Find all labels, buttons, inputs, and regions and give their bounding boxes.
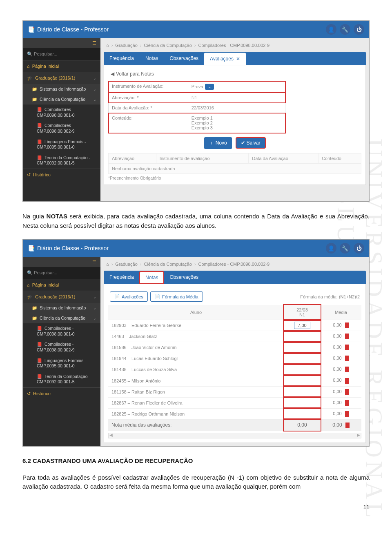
breadcrumb-level1[interactable]: Graduação — [115, 43, 137, 48]
col-abreviacao: Abreviação — [109, 153, 156, 164]
sidebar-graduacao[interactable]: 🎓Graduação (2016/1)⌄ — [23, 72, 100, 84]
grade-n1-cell[interactable] — [284, 375, 321, 386]
tab-observacoes[interactable]: Observações — [164, 52, 204, 64]
tab-notas[interactable]: Notas — [140, 52, 164, 64]
sidebar-program-si[interactable]: 📁Sistemas de Informação⌄ — [23, 303, 100, 313]
sidebar-historico[interactable]: ↺Histórico — [23, 387, 100, 400]
sidebar-search[interactable]: 🔍 Pesquisar... — [23, 267, 100, 279]
sidebar-home[interactable]: ⌂Página Inicial — [23, 60, 100, 72]
sidebar-toggle[interactable]: ☰ — [23, 257, 100, 267]
back-to-notas-link[interactable]: ◀Voltar para Notas — [108, 69, 361, 81]
sidebar-course-1[interactable]: 📕Compiladores - CMP.0098.00.001-0 — [23, 323, 100, 339]
col-data: Data da Avaliação — [249, 153, 318, 164]
breadcrumb-level2[interactable]: Ciência da Computação — [144, 43, 192, 48]
instrument-select[interactable]: Prova⌄ — [188, 81, 285, 93]
salvar-button[interactable]: ✔ Salvar — [236, 138, 265, 148]
app-logo-icon: 📑 — [28, 26, 35, 33]
user-icon-button[interactable]: 👤 — [326, 243, 336, 254]
instrument-label: Instrumento de Avaliação: — [109, 81, 188, 93]
chevron-down-icon[interactable]: ⌄ — [205, 84, 214, 90]
grade-row: 181158 – Raitan Biz Rigon0,00 — [108, 386, 361, 397]
breadcrumb: ⌂ › Graduação › Ciência da Computação › … — [104, 260, 366, 271]
folder-icon: 📁 — [32, 87, 37, 92]
back-arrow-icon: ◀ — [111, 71, 114, 77]
folder-icon: 📁 — [32, 97, 37, 102]
tab-frequencia[interactable]: Frequência — [104, 271, 140, 283]
book-icon: 📕 — [37, 155, 42, 161]
breadcrumb: ⌂ › Graduação › Ciência da Computação › … — [104, 41, 366, 52]
breadcrumb-level1[interactable]: Graduação — [115, 262, 137, 267]
media-cell: 0,00 — [321, 375, 361, 386]
app-header: 📑 Diário de Classe - Professor 👤 🔧 ⏻ — [23, 21, 369, 38]
student-cell: 14463 – Jackson Glatz — [108, 331, 284, 342]
sidebar-course-2[interactable]: 📕Compiladores - CMP.0098.00.002-9 — [23, 339, 100, 355]
document-icon: 📄 — [155, 294, 160, 299]
student-cell: 182455 – Milson Antônio — [108, 375, 284, 386]
grade-n1-cell[interactable]: 7,00 — [284, 320, 321, 331]
doc-paragraph-2: Para toda as avaliações é possível cadas… — [22, 473, 370, 492]
sidebar-home[interactable]: ⌂Página Inicial — [23, 279, 100, 291]
date-label: Data da Avaliação: * — [109, 103, 188, 113]
grade-row: 181586 – João Victor de Amorim0,00 — [108, 342, 361, 353]
avaliacoes-button[interactable]: 📄Avaliações — [110, 291, 148, 302]
grade-n1-cell[interactable] — [284, 386, 321, 397]
screenshot-1: 📑 Diário de Classe - Professor 👤 🔧 ⏻ ☰ 🔍… — [22, 20, 370, 202]
grade-n1-cell[interactable] — [284, 397, 321, 408]
breadcrumb-level2[interactable]: Ciência da Computação — [144, 262, 192, 267]
book-icon: 📕 — [37, 358, 42, 364]
book-icon: 📕 — [37, 107, 42, 113]
sidebar-toggle[interactable]: ☰ — [23, 38, 100, 48]
sidebar-search[interactable]: 🔍 Pesquisar... — [23, 48, 100, 60]
horizontal-scrollbar[interactable]: ◀▶ — [108, 433, 361, 438]
sidebar-course-2[interactable]: 📕Compiladores - CMP.0098.00.002-9 — [23, 120, 100, 136]
tab-frequencia[interactable]: Frequência — [104, 52, 140, 64]
sidebar-course-3[interactable]: 📕Linguagens Formais - CMP.0095.00.001-0 — [23, 356, 100, 371]
power-icon-button[interactable]: ⏻ — [354, 243, 364, 254]
avg-label: Nota média das avaliações: — [108, 419, 284, 431]
student-cell: 181438 – Luccas de Souza Silva — [108, 364, 284, 375]
abbrev-input[interactable]: N1 — [188, 93, 285, 103]
settings-icon-button[interactable]: 🔧 — [340, 24, 350, 35]
sidebar-course-4[interactable]: 📕Teoria da Computação - CMP.0092.00.001-… — [23, 153, 100, 169]
plus-icon: ＋ — [209, 140, 214, 146]
close-icon[interactable]: ✕ — [236, 56, 240, 62]
sidebar-course-3[interactable]: 📕Linguagens Formais - CMP.0095.00.001-0 — [23, 137, 100, 153]
sidebar-course-1[interactable]: 📕Compiladores - CMP.0098.00.001-0 — [23, 105, 100, 120]
breadcrumb-home-icon[interactable]: ⌂ — [106, 43, 109, 48]
breadcrumb-level3[interactable]: Compiladores - CMP.0098.00.002-9 — [198, 43, 270, 48]
breadcrumb-level3[interactable]: Compiladores - CMP.0098.00.002-9 — [198, 262, 270, 267]
media-cell: 0,00 — [321, 331, 361, 342]
graduation-icon: 🎓 — [27, 76, 33, 81]
tab-notas[interactable]: Notas — [140, 271, 164, 284]
tab-observacoes[interactable]: Observações — [164, 271, 204, 283]
formula-button[interactable]: 📄Fórmula da Média — [150, 291, 203, 302]
user-icon-button[interactable]: 👤 — [326, 24, 336, 35]
sidebar-program-si[interactable]: 📁Sistemas de Informação⌄ — [23, 84, 100, 94]
book-icon: 📕 — [37, 326, 42, 331]
grade-n1-cell[interactable] — [284, 353, 321, 364]
grade-n1-cell[interactable] — [284, 364, 321, 375]
grade-n1-cell[interactable] — [284, 331, 321, 342]
col-instrumento: Instrumento de avaliação — [156, 153, 249, 164]
novo-button[interactable]: ＋ Novo — [204, 137, 232, 149]
date-input[interactable]: 22/03/2016 — [188, 103, 285, 113]
breadcrumb-home-icon[interactable]: ⌂ — [106, 262, 109, 267]
status-bar-icon — [345, 334, 349, 339]
home-icon: ⌂ — [27, 64, 30, 69]
sidebar-program-cc[interactable]: 📁Ciência da Computação⌄ — [23, 94, 100, 105]
content-textarea[interactable]: Exemplo 1 Exemplo 2 Exemplo 3 — [188, 113, 285, 133]
power-icon-button[interactable]: ⏻ — [354, 24, 364, 35]
sidebar-graduacao[interactable]: 🎓Graduação (2016/1)⌄ — [23, 291, 100, 303]
content-label: Conteúdo: — [109, 113, 188, 133]
app-logo-icon: 📑 — [28, 245, 35, 251]
grade-row: 182825 – Rodrigo Orthmann Nielson0,00 — [108, 408, 361, 419]
tab-avaliacoes[interactable]: Avaliações✕ — [204, 53, 246, 65]
grade-n1-cell[interactable] — [284, 342, 321, 353]
sidebar-historico[interactable]: ↺Histórico — [23, 169, 100, 181]
sidebar-course-4[interactable]: 📕Teoria da Computação - CMP.0092.00.001-… — [23, 371, 100, 387]
grade-n1-cell[interactable] — [284, 408, 321, 419]
sidebar-program-cc[interactable]: 📁Ciência da Computação⌄ — [23, 313, 100, 323]
settings-icon-button[interactable]: 🔧 — [340, 243, 350, 254]
book-icon: 📕 — [37, 139, 42, 145]
student-cell: 181586 – João Victor de Amorim — [108, 342, 284, 353]
